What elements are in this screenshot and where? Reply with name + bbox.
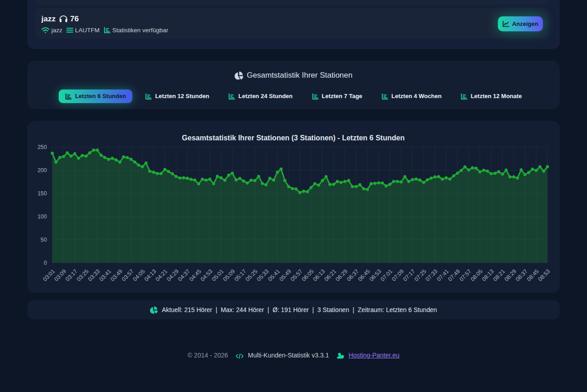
svg-text:03:01: 03:01 bbox=[42, 268, 56, 283]
svg-text:07:49: 07:49 bbox=[447, 268, 462, 283]
svg-text:100: 100 bbox=[37, 213, 47, 220]
svg-text:06:53: 06:53 bbox=[368, 268, 383, 283]
svg-text:06:21: 06:21 bbox=[323, 268, 338, 283]
svg-text:03:17: 03:17 bbox=[64, 268, 79, 283]
svg-text:04:05: 04:05 bbox=[132, 268, 146, 283]
svg-text:08:45: 08:45 bbox=[526, 268, 540, 283]
svg-text:08:05: 08:05 bbox=[469, 268, 484, 283]
svg-text:0: 0 bbox=[44, 260, 47, 266]
svg-text:03:33: 03:33 bbox=[87, 268, 101, 283]
svg-text:06:37: 06:37 bbox=[346, 268, 360, 283]
svg-text:05:17: 05:17 bbox=[233, 268, 248, 283]
svg-text:05:01: 05:01 bbox=[211, 268, 225, 283]
svg-text:08:21: 08:21 bbox=[492, 268, 507, 283]
svg-text:200: 200 bbox=[37, 167, 47, 174]
svg-text:50: 50 bbox=[40, 237, 47, 243]
svg-text:04:29: 04:29 bbox=[166, 268, 180, 283]
svg-text:250: 250 bbox=[37, 144, 47, 150]
svg-text:06:13: 06:13 bbox=[312, 268, 326, 283]
svg-text:06:05: 06:05 bbox=[301, 268, 315, 283]
svg-text:05:57: 05:57 bbox=[289, 268, 304, 283]
svg-text:03:25: 03:25 bbox=[75, 268, 90, 283]
svg-text:Gesamtstatistik Ihrer Statione: Gesamtstatistik Ihrer Stationen (3 Stati… bbox=[182, 134, 405, 142]
svg-text:07:33: 07:33 bbox=[424, 268, 439, 283]
svg-text:05:25: 05:25 bbox=[244, 268, 259, 283]
svg-text:06:45: 06:45 bbox=[357, 268, 371, 283]
svg-text:03:57: 03:57 bbox=[120, 268, 135, 283]
svg-text:03:09: 03:09 bbox=[53, 268, 68, 283]
svg-text:04:21: 04:21 bbox=[154, 268, 169, 283]
svg-text:05:09: 05:09 bbox=[222, 268, 236, 283]
svg-text:05:41: 05:41 bbox=[267, 268, 281, 283]
svg-text:150: 150 bbox=[37, 190, 47, 197]
svg-text:08:29: 08:29 bbox=[503, 268, 518, 283]
svg-text:07:17: 07:17 bbox=[402, 268, 416, 283]
svg-text:04:45: 04:45 bbox=[188, 268, 203, 283]
svg-text:07:41: 07:41 bbox=[436, 268, 450, 283]
svg-text:05:49: 05:49 bbox=[278, 268, 293, 283]
svg-text:03:41: 03:41 bbox=[98, 268, 113, 283]
svg-text:07:25: 07:25 bbox=[413, 268, 428, 283]
svg-text:06:29: 06:29 bbox=[334, 268, 349, 283]
svg-text:07:09: 07:09 bbox=[391, 268, 405, 283]
svg-text:07:57: 07:57 bbox=[458, 268, 473, 283]
svg-text:08:53: 08:53 bbox=[537, 268, 552, 283]
svg-text:04:53: 04:53 bbox=[199, 268, 214, 283]
svg-text:04:37: 04:37 bbox=[177, 268, 191, 283]
svg-text:08:37: 08:37 bbox=[514, 268, 529, 283]
svg-text:08:13: 08:13 bbox=[481, 268, 495, 283]
svg-text:07:01: 07:01 bbox=[379, 268, 394, 283]
svg-text:04:13: 04:13 bbox=[143, 268, 158, 283]
svg-text:03:49: 03:49 bbox=[109, 268, 124, 283]
svg-text:05:33: 05:33 bbox=[256, 268, 270, 283]
